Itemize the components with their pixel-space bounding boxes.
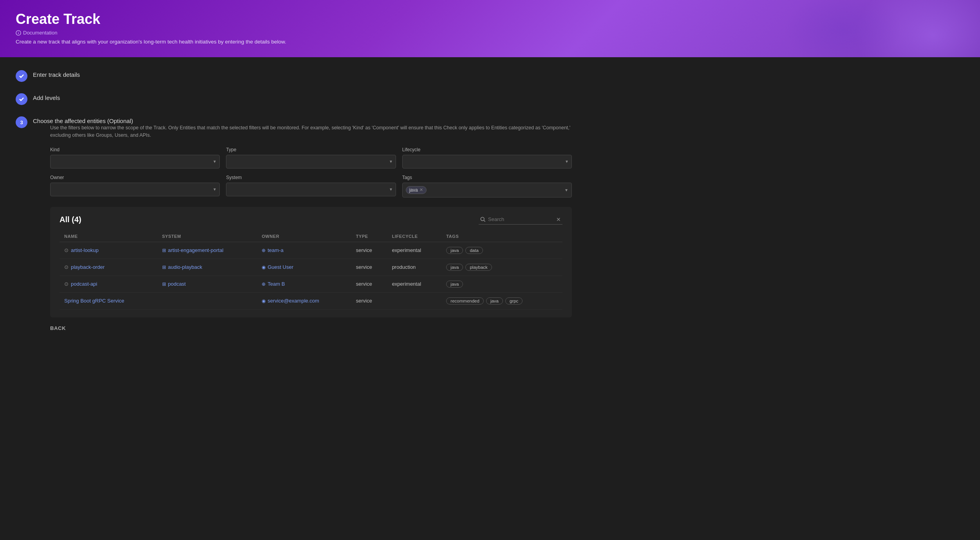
entities-table: NAME SYSTEM OWNER TYPE LIFECYCLE TAGS ⊙a… — [60, 231, 562, 310]
system-link[interactable]: ⊞audio-playback — [162, 264, 253, 270]
system-select[interactable] — [226, 183, 396, 196]
kind-select-wrap[interactable]: ▾ — [50, 155, 220, 169]
tags-select-wrap[interactable]: java ✕ ▾ — [402, 183, 572, 198]
search-input[interactable] — [488, 216, 554, 222]
system-select-wrap[interactable]: ▾ — [226, 183, 396, 196]
entity-icon: ⊙ — [64, 264, 69, 270]
cell-name: ⊙podcast-api — [60, 275, 157, 292]
owner-text: Team B — [268, 281, 285, 287]
cell-system: ⊞podcast — [157, 275, 257, 292]
page-title: Create Track — [16, 11, 964, 27]
header-subtitle: Create a new track that aligns with your… — [16, 39, 964, 45]
owner-link[interactable]: ⊕team-a — [262, 247, 347, 253]
lifecycle-label: Lifecycle — [402, 147, 572, 152]
doc-icon — [16, 30, 21, 36]
main-content: Enter track details Add levels 3 Choose … — [0, 57, 588, 358]
java-tag-remove[interactable]: ✕ — [419, 187, 423, 192]
type-select[interactable] — [226, 155, 396, 169]
step-3-icon: 3 — [16, 116, 27, 128]
table-row: ⊙podcast-api⊞podcast⊕Team Bserviceexperi… — [60, 275, 562, 292]
entity-name-text: Spring Boot gRPC Service — [64, 298, 124, 304]
entity-name-text: podcast-api — [71, 281, 97, 287]
tags-cell: javadata — [446, 247, 558, 254]
cell-tags: recommendedjavagrpc — [441, 292, 562, 309]
tag-badge: java — [446, 247, 463, 254]
entity-name-link[interactable]: ⊙artist-lookup — [64, 247, 153, 253]
owner-link[interactable]: ◉service@example.com — [262, 298, 347, 304]
step-3-number: 3 — [20, 120, 23, 125]
owner-select[interactable] — [50, 183, 220, 196]
tag-badge: java — [486, 297, 503, 304]
cell-tags: java — [441, 275, 562, 292]
table-header-columns: NAME SYSTEM OWNER TYPE LIFECYCLE TAGS — [60, 231, 562, 242]
owner-filter-group: Owner ▾ — [50, 175, 220, 198]
documentation-link[interactable]: Documentation — [16, 30, 964, 36]
system-link[interactable]: ⊞podcast — [162, 281, 253, 287]
checkmark-icon-1 — [18, 73, 25, 79]
owner-icon: ◉ — [262, 298, 266, 304]
lifecycle-filter-group: Lifecycle ▾ — [402, 147, 572, 169]
entity-icon: ⊙ — [64, 247, 69, 253]
col-tags: TAGS — [441, 231, 562, 242]
cell-name: ⊙artist-lookup — [60, 242, 157, 259]
table-header-row: All (4) ✕ — [60, 215, 562, 225]
entity-name-link[interactable]: Spring Boot gRPC Service — [64, 298, 153, 304]
entities-table-section: All (4) ✕ NAME — [50, 207, 572, 317]
table-row: ⊙artist-lookup⊞artist-engagement-portal⊕… — [60, 242, 562, 259]
tag-badge: data — [465, 247, 483, 254]
step-2-label: Add levels — [33, 93, 60, 101]
svg-point-3 — [481, 217, 484, 221]
owner-select-wrap[interactable]: ▾ — [50, 183, 220, 196]
entity-icon: ⊙ — [64, 281, 69, 287]
owner-icon: ⊕ — [262, 248, 266, 253]
owner-text: team-a — [268, 247, 283, 253]
tag-badge: java — [446, 281, 463, 288]
entity-name-link[interactable]: ⊙podcast-api — [64, 281, 153, 287]
table-body: ⊙artist-lookup⊞artist-engagement-portal⊕… — [60, 242, 562, 309]
type-select-wrap[interactable]: ▾ — [226, 155, 396, 169]
lifecycle-select-wrap[interactable]: ▾ — [402, 155, 572, 169]
type-label: Type — [226, 147, 396, 152]
table-title: All (4) — [60, 215, 81, 224]
cell-tags: javadata — [441, 242, 562, 259]
system-filter-group: System ▾ — [226, 175, 396, 198]
system-icon: ⊞ — [162, 265, 166, 270]
system-text: podcast — [168, 281, 186, 287]
search-clear-icon[interactable]: ✕ — [556, 216, 561, 223]
kind-label: Kind — [50, 147, 220, 152]
lifecycle-select[interactable] — [402, 155, 572, 169]
doc-link-text: Documentation — [23, 30, 57, 36]
cell-type: service — [351, 275, 387, 292]
cell-owner: ⊕team-a — [257, 242, 351, 259]
tag-badge: recommended — [446, 297, 484, 304]
cell-lifecycle: production — [387, 259, 442, 275]
back-button[interactable]: BACK — [50, 322, 66, 334]
cell-lifecycle: experimental — [387, 242, 442, 259]
owner-icon: ◉ — [262, 265, 266, 270]
owner-link[interactable]: ◉Guest User — [262, 264, 347, 270]
system-icon: ⊞ — [162, 281, 166, 287]
cell-system: ⊞audio-playback — [157, 259, 257, 275]
tag-badge: java — [446, 264, 463, 271]
cell-owner: ⊕Team B — [257, 275, 351, 292]
cell-name: Spring Boot gRPC Service — [60, 292, 157, 309]
owner-link[interactable]: ⊕Team B — [262, 281, 347, 287]
kind-select[interactable] — [50, 155, 220, 169]
search-wrap[interactable]: ✕ — [479, 215, 562, 225]
system-link[interactable]: ⊞artist-engagement-portal — [162, 247, 253, 253]
tags-filter-group: Tags java ✕ ▾ — [402, 175, 572, 198]
owner-text: Guest User — [268, 264, 293, 270]
java-tag-label: java — [409, 187, 418, 193]
col-name: NAME — [60, 231, 157, 242]
svg-point-2 — [18, 31, 18, 32]
system-text: artist-engagement-portal — [168, 247, 224, 253]
tag-badge: playback — [465, 264, 492, 271]
entity-name-link[interactable]: ⊙playback-order — [64, 264, 153, 270]
tags-cell: recommendedjavagrpc — [446, 297, 558, 304]
java-tag-chip: java ✕ — [406, 186, 427, 194]
col-type: TYPE — [351, 231, 387, 242]
table-head: NAME SYSTEM OWNER TYPE LIFECYCLE TAGS — [60, 231, 562, 242]
step-2-icon — [16, 93, 27, 105]
system-label: System — [226, 175, 396, 180]
step-1-label: Enter track details — [33, 70, 80, 78]
